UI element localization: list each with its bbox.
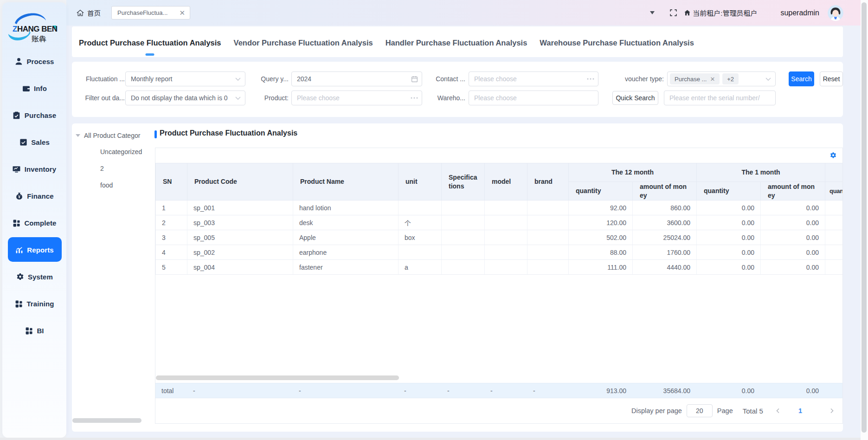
app-logo[interactable]: ZHANG BEN 账犇 (2, 10, 66, 49)
cell-amount-12m: 860.00 (633, 201, 697, 215)
tree-item-food[interactable]: food (100, 177, 142, 194)
page-title: Product Purchase Fluctuation Analysis (160, 129, 297, 137)
close-tab-icon[interactable]: ✕ (179, 9, 185, 16)
tab-handler-purchase-fluctuation[interactable]: Handler Purchase Fluctuation Analysis (386, 26, 527, 57)
col-header-quantity-1m[interactable]: quantity (697, 182, 761, 201)
table-row[interactable]: 1 sp_001 hand lotion 92.00 860.00 0.00 0… (156, 201, 843, 215)
sidebar-item-label: Training (26, 300, 54, 308)
reset-button[interactable]: Reset (820, 71, 843, 86)
tenant-switcher[interactable]: 当前租户:管理员租户 (684, 8, 757, 18)
clipboard-icon (13, 111, 21, 119)
voucher-type-more-tag[interactable]: +2 (722, 73, 739, 84)
tenant-home-icon (684, 9, 691, 16)
sidebar-item-label: Inventory (25, 165, 56, 173)
page-number-1[interactable]: 1 (798, 407, 802, 414)
tree-horizontal-scrollbar[interactable] (72, 418, 141, 423)
contact-input[interactable] (469, 71, 598, 86)
sidebar-item-label: Sales (31, 138, 50, 146)
tree-item-2[interactable]: 2 (100, 160, 142, 177)
sidebar-item-info[interactable]: Info (2, 75, 66, 102)
query-year-input[interactable] (291, 71, 422, 86)
report-table: SN Product Code Product Name unit Specif… (155, 163, 842, 275)
col-header-brand[interactable]: brand (527, 163, 569, 201)
fullscreen-icon[interactable] (669, 9, 677, 17)
sidebar-item-bi[interactable]: BI (2, 317, 66, 344)
avatar[interactable] (828, 5, 843, 21)
cell-sn: 1 (156, 201, 187, 215)
sidebar-item-sales[interactable]: Sales (2, 129, 66, 155)
voucher-type-tag[interactable]: Purchase ...✕ (670, 73, 720, 84)
sidebar-item-label: Finance (27, 192, 53, 200)
col-header-quantity-next[interactable]: quantity (825, 182, 842, 201)
col-header-amount-12m[interactable]: amount of money (633, 182, 697, 201)
sidebar-item-finance[interactable]: Finance (2, 182, 66, 209)
cell-specifications (442, 201, 485, 215)
cell-model (485, 260, 527, 275)
cell-amount-12m: 4440.00 (633, 260, 697, 275)
cell-model (485, 201, 527, 215)
col-header-unit[interactable]: unit (399, 163, 442, 201)
sidebar-item-process[interactable]: Process (2, 48, 66, 75)
svg-text:ZHANG BEN: ZHANG BEN (13, 25, 58, 33)
sidebar-item-label: Complete (24, 219, 56, 227)
col-header-quantity-12m[interactable]: quantity (569, 182, 633, 201)
table-summary-row: total - - - - - - 913.00 35684.00 0.00 0… (155, 383, 842, 398)
table-toolbar (155, 148, 842, 163)
col-header-product-name[interactable]: Product Name (293, 163, 399, 201)
tab-vendor-purchase-fluctuation[interactable]: Vendor Purchase Fluctuation Analysis (234, 26, 373, 57)
fluctuation-select[interactable]: Monthly report (125, 71, 245, 86)
serial-number-input[interactable] (664, 91, 776, 105)
home-nav[interactable]: 首页 (77, 0, 101, 26)
col-header-sn[interactable]: SN (156, 163, 187, 201)
remove-tag-icon[interactable]: ✕ (710, 76, 715, 83)
column-settings-gear-icon[interactable] (829, 152, 837, 159)
total-quantity-1m: 0.00 (696, 383, 760, 398)
col-header-model[interactable]: model (485, 163, 527, 201)
table-row[interactable]: 2 sp_003 desk 个 120.00 3600.00 0.00 0.00 (156, 215, 843, 230)
product-input[interactable] (291, 91, 422, 105)
tab-product-purchase-fluctuation[interactable]: Product Purchase Fluctuation Analysis (79, 26, 221, 57)
total-spec: - (441, 383, 484, 398)
next-page-icon[interactable] (829, 408, 835, 414)
warehouse-input[interactable] (469, 91, 598, 105)
col-header-specifications[interactable]: Specifications (442, 163, 485, 201)
prev-page-icon[interactable] (775, 408, 781, 414)
username[interactable]: superadmin (780, 9, 819, 17)
home-label: 首页 (87, 8, 101, 18)
search-button[interactable]: Search (789, 71, 814, 86)
cell-sn: 4 (156, 245, 187, 260)
scrollbar-thumb[interactable] (862, 2, 867, 433)
pagination: Display per page Page Total 5 1 (155, 398, 842, 423)
table-row[interactable]: 3 sp_005 Apple box 502.00 25024.00 0.00 … (156, 230, 843, 245)
col-header-amount-1m[interactable]: amount of money (761, 182, 825, 201)
filter-zero-label: Filter out da... (78, 91, 125, 105)
quick-search-button[interactable]: Quick Search (612, 91, 658, 105)
open-page-tab[interactable]: PurchaseFluctua... ✕ (111, 6, 190, 19)
serial-number-field (664, 91, 776, 105)
sidebar-item-purchase[interactable]: Purchase (2, 102, 66, 129)
filter-zero-select[interactable]: Do not display the data which is 0 (125, 91, 245, 105)
cell-sn: 3 (156, 230, 187, 245)
data-table: SN Product Code Product Name unit Specif… (155, 148, 843, 424)
sidebar-item-complete[interactable]: Complete (2, 209, 66, 236)
chevron-down-icon[interactable] (650, 11, 655, 14)
tree-item-uncategorized[interactable]: Uncategorized (100, 143, 142, 160)
table-row[interactable]: 5 sp_004 fastener a 111.00 4440.00 0.00 … (156, 260, 843, 275)
table-scroll-area: SN Product Code Product Name unit Specif… (155, 163, 842, 375)
page-size-input[interactable] (687, 404, 713, 417)
tree-root-all-categories[interactable]: All Product Categor (72, 129, 140, 142)
sidebar-item-inventory[interactable]: Inventory (2, 155, 66, 182)
total-model: - (484, 383, 527, 398)
sidebar-item-reports[interactable]: Reports (2, 236, 66, 263)
tab-warehouse-purchase-fluctuation[interactable]: Warehouse Purchase Fluctuation Analysis (540, 26, 694, 57)
voucher-type-multiselect[interactable]: Purchase ...✕ +2 (667, 71, 776, 86)
table-row[interactable]: 4 sp_002 earphone 88.00 1760.00 0.00 0.0… (156, 245, 843, 260)
cell-sn: 5 (156, 260, 187, 275)
sidebar-item-system[interactable]: System (2, 263, 66, 290)
cell-product-name: Apple (293, 230, 399, 245)
sidebar-item-training[interactable]: Training (2, 290, 66, 317)
monitor-chart-icon (13, 165, 21, 173)
table-horizontal-scrollbar[interactable] (156, 375, 399, 380)
wallet-icon (22, 84, 30, 92)
col-header-product-code[interactable]: Product Code (187, 163, 293, 201)
